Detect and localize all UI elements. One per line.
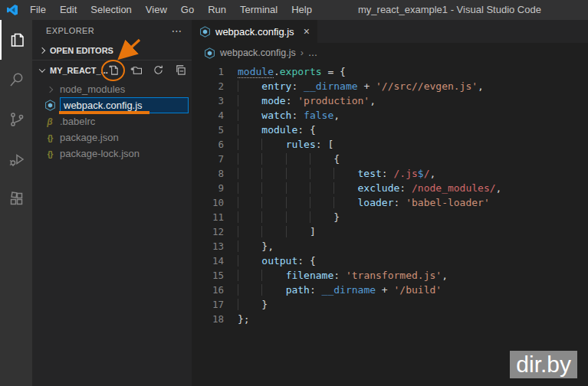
explorer-sidebar: EXPLORER ⋯ OPEN EDITORS MY_REACT_... (32, 20, 192, 386)
refresh-button[interactable] (153, 64, 165, 77)
file-package.json[interactable]: {}package.json (32, 129, 192, 146)
file-.babelrc[interactable]: β.babelrc (32, 113, 192, 129)
webpack-icon (204, 47, 215, 59)
line-number: 13 (192, 239, 224, 254)
activity-search[interactable] (0, 60, 32, 100)
line-number: 9 (192, 181, 224, 195)
window-title: my_react_example1 - Visual Studio Code (358, 0, 541, 20)
chevron-icon (43, 87, 57, 92)
activity-source-control[interactable] (0, 100, 32, 139)
line-number: 11 (192, 210, 224, 224)
menu-terminal[interactable]: Terminal (233, 0, 284, 20)
refresh-icon (153, 64, 164, 76)
line-number: 15 (192, 268, 224, 283)
code-line-11: 11 } (192, 210, 588, 224)
code-line-3: 3 mode: 'production', (192, 93, 588, 108)
selected-file-box: webpack.config.js (60, 97, 189, 113)
breadcrumb-more[interactable]: … (308, 47, 318, 58)
line-number: 6 (192, 137, 224, 152)
breadcrumb-file[interactable]: webpack.config.js (220, 47, 296, 58)
file-label: webpack.config.js (64, 100, 143, 111)
code-line-15: 15 filename: 'transformed.js', (192, 268, 588, 283)
webpack-icon (43, 100, 57, 111)
editor-group: webpack.config.js × webpack.config.js › … (192, 20, 588, 386)
menu-go[interactable]: Go (174, 0, 201, 20)
file-label: package.json (60, 132, 119, 143)
vscode-logo (6, 4, 18, 16)
activity-run-debug[interactable] (0, 139, 32, 179)
line-number: 5 (192, 123, 224, 137)
more-actions-icon[interactable]: ⋯ (172, 25, 182, 37)
code-line-17: 17 } (192, 297, 588, 312)
code-line-7: 7 { (192, 152, 588, 166)
code-line-4: 4 watch: false, (192, 108, 588, 123)
project-name: MY_REACT_... (50, 66, 108, 75)
code-line-9: 9 exclude: /node_modules/, (192, 181, 588, 195)
line-number: 2 (192, 79, 224, 93)
new-file-icon (108, 64, 120, 76)
file-label: node_modules (60, 83, 125, 95)
line-number: 4 (192, 108, 224, 123)
code-line-6: 6 rules: [ (192, 137, 588, 152)
menu-selection[interactable]: Selection (84, 0, 138, 20)
menu-bar: FileEditSelectionViewGoRunTerminalHelp (23, 0, 319, 20)
activity-explorer[interactable] (0, 20, 32, 60)
chevron-right-icon (39, 47, 45, 54)
line-number: 12 (192, 224, 224, 239)
new-folder-icon (130, 64, 142, 76)
chevron-down-icon (39, 66, 45, 72)
breadcrumb: webpack.config.js › … (192, 43, 588, 63)
source-control-icon (8, 110, 26, 129)
tab-bar: webpack.config.js × (192, 20, 588, 43)
code-line-12: 12 ] (192, 224, 588, 239)
new-folder-button[interactable] (130, 64, 143, 77)
new-file-button[interactable] (108, 64, 120, 77)
project-section-header[interactable]: MY_REACT_... (32, 60, 192, 80)
line-number: 14 (192, 254, 224, 268)
file-node_modules[interactable]: node_modules (32, 81, 192, 97)
braces-icon: {} (43, 149, 57, 159)
file-webpack.config.js[interactable]: webpack.config.js (32, 97, 192, 113)
line-number: 8 (192, 166, 224, 181)
collapse-all-button[interactable] (175, 64, 187, 77)
explorer-toolbar (108, 64, 193, 77)
explorer-title: EXPLORER (46, 26, 94, 35)
menu-run[interactable]: Run (201, 0, 233, 20)
code-line-10: 10 loader: 'babel-loader' (192, 195, 588, 210)
search-icon (8, 70, 26, 89)
close-tab-icon[interactable]: × (304, 25, 310, 38)
code-line-14: 14 output: { (192, 254, 588, 268)
menu-view[interactable]: View (139, 0, 174, 20)
breadcrumb-separator: › (301, 47, 304, 58)
file-package-lock.json[interactable]: {}package-lock.json (32, 146, 192, 162)
annotation-underline (59, 111, 149, 114)
extensions-icon (8, 190, 26, 208)
menu-edit[interactable]: Edit (53, 0, 84, 20)
line-number: 7 (192, 152, 224, 166)
code-line-13: 13 }, (192, 239, 588, 254)
line-number: 16 (192, 283, 224, 297)
files-icon (8, 31, 26, 49)
code-area[interactable]: 1module.exports = {2 entry: __dirname + … (192, 63, 588, 386)
code-line-2: 2 entry: __dirname + '//src//evgen.js', (192, 79, 588, 93)
code-line-5: 5 module: { (192, 123, 588, 137)
title-bar: FileEditSelectionViewGoRunTerminalHelp m… (0, 0, 588, 20)
code-line-18: 18}; (192, 312, 588, 326)
braces-icon: {} (43, 133, 57, 142)
menu-help[interactable]: Help (284, 0, 319, 20)
collapse-all-icon (175, 64, 186, 76)
code-line-1: 1module.exports = { (192, 64, 588, 79)
open-editors-section[interactable]: OPEN EDITORS (32, 41, 192, 60)
vscode-window: FileEditSelectionViewGoRunTerminalHelp m… (0, 0, 588, 386)
line-number: 10 (192, 195, 224, 210)
file-label: package-lock.json (60, 148, 140, 159)
line-number: 1 (192, 64, 224, 79)
menu-file[interactable]: File (23, 0, 53, 20)
watermark: dir.by (510, 351, 577, 378)
activity-extensions[interactable] (0, 179, 32, 219)
tab-webpack-config[interactable]: webpack.config.js × (192, 20, 317, 43)
webpack-icon (199, 26, 211, 38)
line-number: 17 (192, 297, 224, 312)
line-number: 18 (192, 312, 224, 326)
file-label: .babelrc (60, 116, 95, 127)
